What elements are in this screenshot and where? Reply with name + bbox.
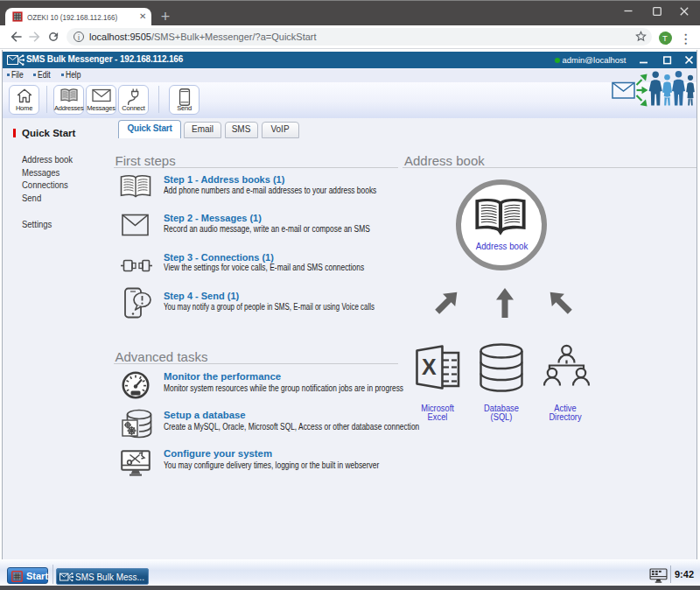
svg-text:X: X xyxy=(422,355,437,379)
